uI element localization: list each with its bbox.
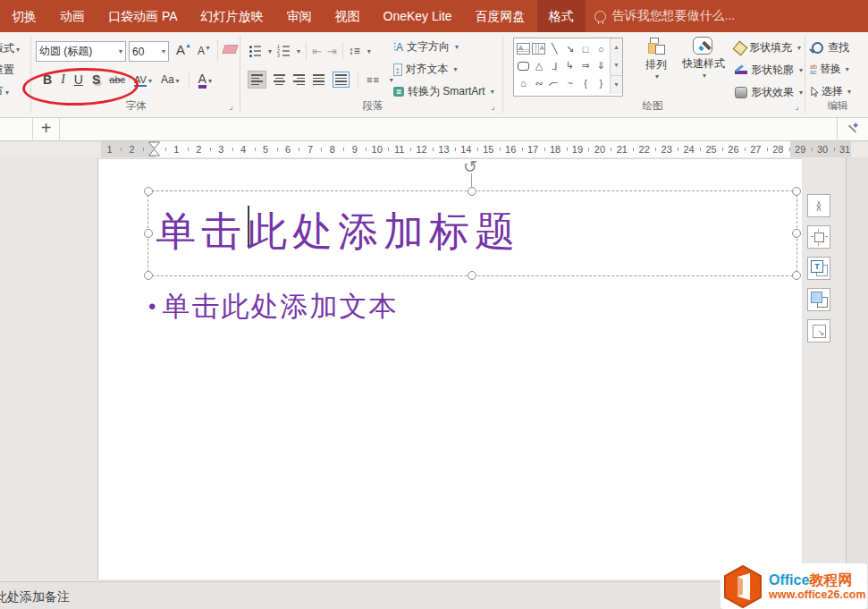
text-box-tool-button[interactable]: T — [807, 257, 830, 280]
resize-handle-4[interactable] — [792, 229, 801, 238]
shape-effects-button[interactable]: 形状效果▾ — [735, 85, 803, 100]
shape-arc-icon[interactable]: ( — [547, 75, 562, 92]
shape-right-brace-icon[interactable]: } — [594, 75, 609, 92]
grow-font-button[interactable]: A▲ — [176, 42, 191, 57]
shrink-font-button[interactable]: A▼ — [198, 45, 211, 57]
title-prompt-text[interactable]: 单击此处添加标题 — [156, 205, 520, 258]
shape-curve-icon[interactable]: ~ — [562, 75, 577, 92]
font-color-button[interactable]: A▾ — [198, 72, 212, 89]
shape-text-box-icon[interactable]: A — [516, 40, 531, 57]
ribbon-tab-1[interactable]: 动画 — [48, 0, 97, 32]
vertical-scrollbar-track[interactable] — [846, 157, 868, 580]
font-name-combo[interactable]: 幼圆 (标题) ▾ — [36, 41, 126, 62]
ribbon-tab-8[interactable]: 格式 — [537, 0, 586, 32]
resize-tool-button[interactable]: ↘ — [807, 319, 830, 343]
resize-handle-5[interactable] — [144, 271, 153, 280]
shape-down-arrow-icon[interactable]: ⇓ — [594, 57, 609, 74]
collapse-panel-button[interactable]: ∧∧ — [807, 194, 830, 217]
decrease-indent-icon[interactable]: ⇤ — [312, 45, 322, 58]
resize-handle-3[interactable] — [144, 229, 153, 238]
replace-button[interactable]: abac 替换▾ — [810, 62, 849, 77]
collapse-panel-icon: ∧∧ — [815, 201, 822, 210]
magic-wand-button[interactable]: ✦ — [838, 118, 867, 140]
ruler-number: 22 — [636, 141, 653, 157]
distribute-text-button[interactable] — [333, 72, 350, 88]
columns-icon[interactable]: ≡≡ — [367, 74, 380, 85]
shape-vertical-text-box-icon[interactable]: A — [531, 40, 546, 57]
reset-button[interactable]: 重置 — [0, 63, 14, 78]
shape-oval-icon[interactable]: ○ — [594, 40, 609, 57]
shape-rectangle-icon[interactable]: □ — [577, 40, 593, 57]
layout-button[interactable]: 版式▾ — [0, 41, 20, 56]
gallery-scroll-up-icon[interactable]: ▲ — [611, 38, 622, 56]
shape-arrow-icon[interactable]: ↘ — [562, 40, 577, 57]
select-button[interactable]: 选择▾ — [810, 84, 851, 99]
gallery-scroll-down-icon[interactable]: ▼ — [611, 56, 622, 74]
align-right-button[interactable] — [293, 74, 305, 85]
ruler-tick — [812, 148, 813, 151]
ruler-tick — [321, 148, 322, 151]
shape-triangle-icon[interactable]: △ — [531, 57, 546, 74]
find-button[interactable]: 查找 — [812, 40, 849, 55]
font-dialog-launcher[interactable]: ⌟ — [229, 101, 233, 111]
ruler-number: 16 — [501, 141, 519, 157]
shape-left-brace-icon[interactable]: { — [577, 75, 593, 92]
line-spacing-icon[interactable]: ↕≡ — [349, 45, 360, 57]
shape-outline-button[interactable]: 形状轮廓▾ — [735, 63, 803, 78]
ribbon-tab-3[interactable]: 幻灯片放映 — [190, 0, 275, 32]
ribbon-tab-6[interactable]: OneKey Lite — [372, 0, 464, 32]
resize-handle-1[interactable] — [468, 187, 476, 196]
text-direction-button[interactable]: ⫶A 文字方向▾ — [393, 39, 459, 55]
resize-handle-7[interactable] — [792, 271, 801, 280]
ribbon-tab-5[interactable]: 视图 — [324, 0, 372, 32]
shape-freeform-icon[interactable]: ⌂ — [516, 75, 531, 92]
paragraph-dialog-launcher[interactable]: ⌟ — [491, 101, 495, 111]
shape-tool-button[interactable] — [807, 288, 830, 311]
font-size-combo[interactable]: 60 ▾ — [129, 41, 169, 62]
office-hexagon-icon — [722, 564, 763, 609]
numbering-icon[interactable]: 123 — [277, 46, 290, 57]
ruler-number: 5 — [257, 141, 274, 157]
change-case-button[interactable]: Aa▾ — [161, 73, 180, 86]
section-button[interactable]: 节▾ — [0, 84, 9, 99]
center-position-button[interactable] — [807, 225, 830, 249]
horizontal-ruler[interactable]: 2112345678910111213141516171819202122232… — [0, 141, 868, 157]
resize-handle-2[interactable] — [792, 187, 801, 196]
ribbon-tab-2[interactable]: 口袋动画 PA — [97, 0, 190, 32]
shape-line-icon[interactable]: ╲ — [547, 40, 562, 57]
shape-rounded-rectangle-icon[interactable] — [516, 57, 531, 74]
notes-placeholder-text: 此处添加备注 — [0, 589, 70, 605]
ribbon-tab-7[interactable]: 百度网盘 — [464, 0, 537, 32]
chevron-down-icon[interactable]: ▾ — [367, 47, 371, 55]
resize-handle-0[interactable] — [144, 187, 153, 196]
ribbon-tab-4[interactable]: 审阅 — [275, 0, 324, 32]
paragraph-group-label: 段落 — [319, 99, 426, 113]
bullets-icon[interactable] — [249, 46, 261, 57]
align-left-button[interactable] — [249, 72, 265, 88]
shape-right-arrow-icon[interactable]: ⇒ — [577, 57, 593, 74]
shape-elbow-arrow-connector-icon[interactable]: ↳ — [562, 57, 577, 74]
tell-me-box[interactable]: 告诉我您想要做什么... — [594, 0, 736, 32]
shape-fill-button[interactable]: 形状填充▾ — [735, 40, 801, 55]
align-text-button[interactable]: ↕ 对齐文本▾ — [393, 62, 458, 77]
chevron-down-icon[interactable]: ▾ — [268, 47, 272, 55]
align-center-button[interactable] — [274, 74, 285, 85]
gallery-more-icon[interactable]: ▼ — [611, 75, 622, 94]
resize-handle-6[interactable] — [468, 271, 476, 280]
chevron-down-icon[interactable]: ▾ — [119, 47, 122, 55]
chevron-down-icon[interactable]: ▾ — [162, 47, 165, 55]
body-placeholder-text[interactable]: • 单击此处添加文本 — [148, 288, 398, 326]
shape-elbow-connector-icon[interactable]: L — [547, 57, 562, 74]
chevron-down-icon: ▾ — [799, 89, 803, 97]
increase-indent-icon[interactable]: ⇥ — [327, 45, 337, 58]
chevron-down-icon[interactable]: ▾ — [297, 47, 300, 55]
clear-formatting-eraser-icon[interactable] — [222, 45, 238, 54]
shape-scribble-icon[interactable]: ∾ — [531, 75, 546, 92]
add-slide-button[interactable]: + — [33, 118, 60, 140]
rotate-handle-icon[interactable]: ↺ — [463, 156, 477, 177]
ribbon-tab-0[interactable]: 切换 — [0, 0, 48, 32]
ruler-tick — [477, 148, 478, 151]
justify-button[interactable] — [313, 74, 324, 85]
ruler-tick — [343, 148, 344, 151]
convert-to-smartart-button[interactable]: ≣ 转换为 SmartArt▾ — [393, 84, 494, 99]
